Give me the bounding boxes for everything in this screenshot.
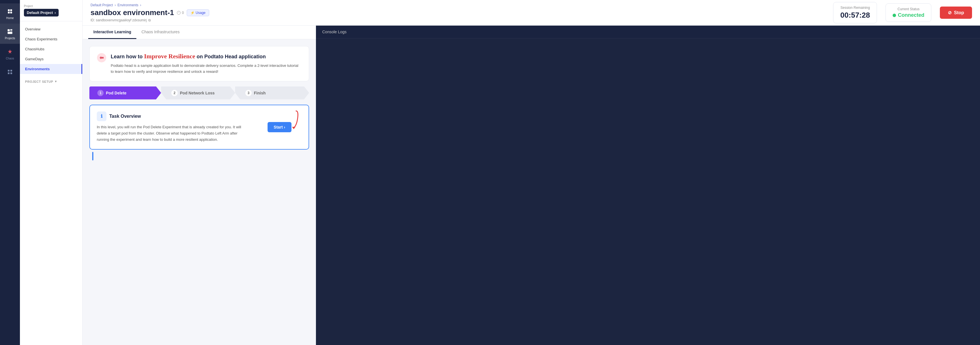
learn-text: Learn how to Improve Resilience on Podta… xyxy=(111,52,302,75)
task-icon: ℹ xyxy=(97,111,107,121)
step-2-label: Pod Network Loss xyxy=(180,91,215,95)
sidebar-icon-projects[interactable]: Projects xyxy=(0,24,20,44)
usage-button[interactable]: ⚡ Usage xyxy=(187,9,209,16)
learn-description: Podtato head is a sample application bui… xyxy=(111,63,302,75)
grid-icon xyxy=(6,68,14,76)
learn-title-handwritten: Improve Resilience xyxy=(144,52,195,60)
breadcrumb-sep-1: › xyxy=(115,3,116,7)
current-status-box: Current Status Connected xyxy=(886,3,931,22)
console-panel: Console Logs xyxy=(316,25,980,345)
breadcrumb: Default Project › Environments › xyxy=(91,3,209,7)
tabs: Interactive Learning Chaos Infrastructur… xyxy=(83,25,316,39)
svg-rect-2 xyxy=(8,12,10,13)
tab-chaos-infra[interactable]: Chaos Infrastructures xyxy=(136,25,185,39)
learning-panel: Interactive Learning Chaos Infrastructur… xyxy=(83,25,316,345)
sidebar-item-chaoshubs[interactable]: ChaosHubs xyxy=(20,44,82,54)
svg-rect-1 xyxy=(10,9,12,11)
task-title: ℹ Task Overview xyxy=(97,111,302,121)
svg-marker-14 xyxy=(292,127,296,129)
env-id-text: ID: sandboxenvmcgaaiiioyf zdxsumirj xyxy=(91,18,146,22)
svg-rect-7 xyxy=(8,32,13,34)
svg-rect-0 xyxy=(8,9,10,11)
sidebar-item-overview[interactable]: Overview xyxy=(20,24,82,34)
learn-header: Learn how to Improve Resilience on Podta… xyxy=(89,46,309,81)
nav-items: Overview Chaos Experiments ChaosHubs Gam… xyxy=(20,21,82,77)
svg-rect-8 xyxy=(8,70,10,72)
blue-bar xyxy=(92,152,93,160)
copy-icon[interactable]: ⧉ xyxy=(148,18,151,22)
step-3-label: Finish xyxy=(254,91,266,95)
step-3-num: 3 xyxy=(245,90,251,96)
sidebar-item-gamedays[interactable]: GameDays xyxy=(20,54,82,64)
console-header: Console Logs xyxy=(316,25,980,38)
project-chevron-icon: › xyxy=(55,11,56,15)
project-name[interactable]: Default Project › xyxy=(24,9,59,16)
env-id: ID: sandboxenvmcgaaiiioyf zdxsumirj ⧉ xyxy=(91,18,209,22)
sidebar-icon-grid[interactable] xyxy=(0,64,20,80)
breadcrumb-sep-2: › xyxy=(140,3,141,7)
home-icon xyxy=(6,7,14,15)
topbar-right: Session Remaining 00:57:28 Current Statu… xyxy=(833,2,972,23)
task-info-icon: ℹ xyxy=(101,114,102,119)
task-title-text: Task Overview xyxy=(109,114,141,119)
status-dot xyxy=(892,14,896,17)
svg-rect-6 xyxy=(10,31,12,31)
status-value: Connected xyxy=(892,12,924,18)
chaos-icon xyxy=(6,48,14,56)
chaos-label: Chaos xyxy=(6,57,14,60)
project-label: Project xyxy=(24,5,59,8)
learn-title-suffix: on Podtato Head application xyxy=(195,54,266,59)
main-content: Default Project › Environments › sandbox… xyxy=(83,0,980,345)
step-pod-delete[interactable]: 1 Pod Delete xyxy=(89,87,161,100)
sidebar-item-chaos-experiments[interactable]: Chaos Experiments xyxy=(20,34,82,44)
tab-interactive-learning[interactable]: Interactive Learning xyxy=(88,25,136,39)
stop-icon: ⊘ xyxy=(948,10,951,15)
env-tag: 0 xyxy=(177,11,184,15)
status-label: Current Status xyxy=(892,7,924,11)
step-2-num: 2 xyxy=(171,90,178,96)
start-label: Start › xyxy=(274,125,285,130)
svg-rect-10 xyxy=(8,73,10,74)
step-pod-network-loss[interactable]: 2 Pod Network Loss xyxy=(161,87,235,100)
sidebar-icon-home[interactable]: Home xyxy=(0,3,20,24)
session-time: 00:57:28 xyxy=(840,11,870,20)
project-setup-chevron: ▾ xyxy=(55,80,57,83)
topbar: Default Project › Environments › sandbox… xyxy=(83,0,980,25)
icon-sidebar: Home Projects Chaos xyxy=(0,0,20,345)
learning-content: Learn how to Improve Resilience on Podta… xyxy=(83,39,316,167)
step-1-num: 1 xyxy=(97,90,103,96)
session-box: Session Remaining 00:57:28 xyxy=(833,2,877,23)
status-text: Connected xyxy=(898,12,924,18)
learn-title-prefix: Learn how to xyxy=(111,54,144,59)
learn-title: Learn how to Improve Resilience on Podta… xyxy=(111,52,302,60)
svg-rect-3 xyxy=(10,12,12,13)
project-name-text: Default Project xyxy=(27,11,53,15)
sidebar-item-environments[interactable]: Environments xyxy=(20,64,82,74)
learn-header-icon xyxy=(97,52,107,63)
project-setup[interactable]: PROJECT SETUP ▾ xyxy=(20,77,82,86)
env-title: sandbox environment-1 xyxy=(91,8,174,17)
env-title-row: sandbox environment-1 0 ⚡ Usage xyxy=(91,8,209,17)
topbar-left: Default Project › Environments › sandbox… xyxy=(91,3,209,22)
step-1-label: Pod Delete xyxy=(106,91,126,95)
stop-button[interactable]: ⊘ Stop xyxy=(940,6,972,19)
home-label: Home xyxy=(6,16,14,20)
task-description: In this level, you will run the Pod Dele… xyxy=(97,124,245,143)
step-finish[interactable]: 3 Finish xyxy=(235,87,309,100)
sidebar-icon-chaos[interactable]: Chaos xyxy=(0,44,20,64)
svg-rect-4 xyxy=(8,29,10,31)
console-body xyxy=(316,38,980,345)
svg-rect-9 xyxy=(11,70,12,72)
env-tag-count: 0 xyxy=(182,11,184,15)
content-area: Interactive Learning Chaos Infrastructur… xyxy=(83,25,980,345)
projects-label: Projects xyxy=(5,37,15,40)
steps-container: 1 Pod Delete 2 Pod Network Loss 3 Finish xyxy=(89,87,309,100)
breadcrumb-default-project[interactable]: Default Project xyxy=(91,3,113,7)
nav-sidebar: Project Default Project › Overview Chaos… xyxy=(20,0,83,345)
console-title: Console Logs xyxy=(322,30,347,34)
start-button[interactable]: Start › xyxy=(267,122,291,132)
project-header: Project Default Project › xyxy=(20,0,82,21)
stop-label: Stop xyxy=(954,10,964,15)
task-card: ℹ Task Overview In this level, you will … xyxy=(89,104,309,150)
breadcrumb-environments[interactable]: Environments xyxy=(118,3,138,7)
